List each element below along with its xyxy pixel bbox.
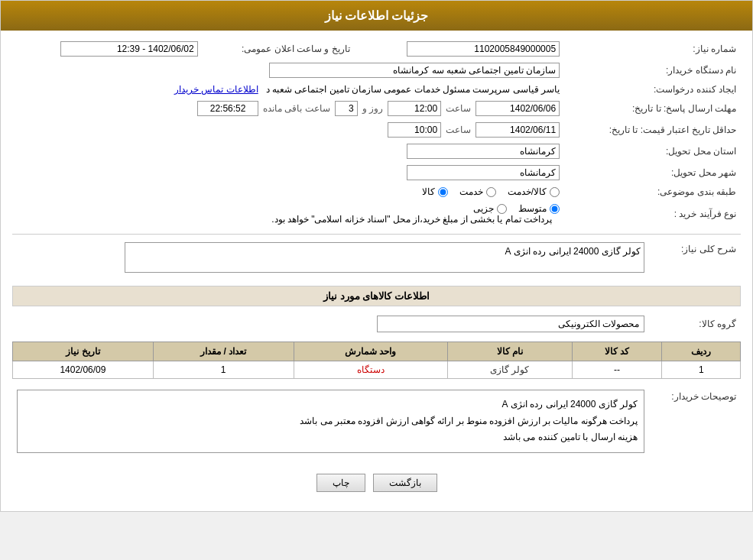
print-button[interactable]: چاپ [316, 474, 365, 492]
process-note: پرداخت تمام یا بخشی از مبلغ خرید،از محل … [271, 214, 552, 225]
bottom-buttons: بازگشت چاپ [12, 462, 741, 503]
province-label: استان محل تحویل: [564, 141, 741, 162]
buyer-notes-table: توصیحات خریدار: کولر گازی 24000 ایرانی ر… [12, 387, 741, 456]
province-input [407, 144, 560, 159]
creator-label: ایجاد کننده درخواست: [564, 81, 741, 98]
province-value [12, 141, 564, 162]
creator-link[interactable]: اطلاعات تماس خریدار [174, 84, 258, 95]
category-service-radio[interactable] [486, 187, 496, 197]
col-goods-code: کد کالا [572, 342, 662, 361]
city-value [12, 162, 564, 183]
price-validity-time-input [388, 122, 441, 138]
response-deadline-label: مهلت ارسال پاسخ: تا تاریخ: [564, 98, 741, 119]
need-desc-value: کولر گازی 24000 ایرانی رده انژی A [12, 239, 649, 278]
need-desc-label: شرح کلی نیاز: [649, 239, 741, 278]
process-label: نوع فرآیند خرید : [564, 200, 741, 228]
goods-group-value [12, 312, 649, 335]
remaining-time-display: 22:56:52 [197, 101, 258, 116]
goods-group-table: گروه کالا: [12, 312, 741, 335]
category-service-label: خدمت [459, 186, 483, 197]
content-area: شماره نیاز: تاریخ و ساعت اعلان عمومی: نا… [1, 31, 752, 511]
creator-value: یاسر قیاسی سرپرست مسئول خدمات عمومی سازم… [12, 81, 564, 98]
category-label: طبقه بندی موضوعی: [564, 183, 741, 200]
table-row: 1 -- کولر گازی دستگاه 1 1402/06/09 [13, 361, 741, 379]
cell-goods-code: -- [572, 361, 662, 379]
col-row-num: ردیف [662, 342, 741, 361]
category-goods-service-label: کالا/خدمت [508, 186, 547, 197]
response-deadline-value: ساعت روز و ساعت باقی مانده 22:56:52 [12, 98, 564, 119]
category-goods-service-radio[interactable] [550, 187, 560, 197]
back-button[interactable]: بازگشت [373, 474, 437, 492]
cell-row-num: 1 [662, 361, 741, 379]
creator-name: یاسر قیاسی سرپرست مسئول خدمات عمومی سازم… [266, 84, 560, 95]
process-medium-radio[interactable] [550, 204, 560, 214]
process-partial-radio[interactable] [497, 204, 507, 214]
process-value: متوسط جزیی پرداخت تمام یا بخشی از مبلغ خ… [12, 200, 564, 228]
need-number-label: شماره نیاز: [564, 38, 741, 60]
category-goods-radio[interactable] [438, 187, 448, 197]
process-partial-label: جزیی [473, 203, 494, 214]
buyer-org-input [269, 63, 560, 78]
need-description-table: شرح کلی نیاز: کولر گازی 24000 ایرانی رده… [12, 239, 741, 278]
goods-section-title: اطلاعات کالاهای مورد نیاز [12, 286, 741, 306]
col-date: تاریخ نیاز [13, 342, 154, 361]
goods-table: ردیف کد کالا نام کالا واحد شمارش تعداد /… [12, 342, 741, 379]
buyer-org-label: نام دستگاه خریدار: [564, 60, 741, 81]
response-time-label: ساعت [446, 103, 471, 114]
need-number-input [407, 41, 560, 57]
category-service-option[interactable]: خدمت [459, 186, 496, 197]
response-days-input [335, 101, 358, 116]
goods-group-input [377, 316, 644, 332]
price-validity-date-input [475, 122, 560, 138]
price-validity-time-label: ساعت [446, 125, 471, 135]
city-input [407, 165, 560, 180]
category-goods-label: کالا [422, 186, 435, 197]
buyer-org-value [12, 60, 564, 81]
goods-group-label: گروه کالا: [649, 312, 741, 335]
buyer-notes-line3: هزینه ارسال با تامین کننده می باشد [24, 429, 638, 446]
response-time-input [388, 101, 441, 116]
announce-date-value [12, 38, 203, 60]
divider1 [12, 234, 741, 235]
response-days-label: روز و [362, 103, 383, 114]
buyer-notes-box: کولر گازی 24000 ایرانی رده انژی A پرداخت… [17, 390, 644, 453]
process-partial-option[interactable]: جزیی [473, 203, 507, 214]
need-number-value [355, 38, 564, 60]
announce-date-input [60, 41, 198, 57]
remaining-time-label: ساعت باقی مانده [263, 103, 330, 114]
cell-count: 1 [153, 361, 294, 379]
cell-goods-name: کولر گازی [447, 361, 572, 379]
col-count: تعداد / مقدار [153, 342, 294, 361]
process-medium-option[interactable]: متوسط [518, 203, 560, 214]
buyer-notes-label: توصیحات خریدار: [649, 387, 741, 456]
col-unit: واحد شمارش [294, 342, 447, 361]
page-wrapper: جزئیات اطلاعات نیاز شماره نیاز: تاریخ و … [0, 0, 753, 512]
buyer-notes-value: کولر گازی 24000 ایرانی رده انژی A پرداخت… [12, 387, 649, 456]
category-goods-service-option[interactable]: کالا/خدمت [508, 186, 560, 197]
city-label: شهر محل تحویل: [564, 162, 741, 183]
need-desc-textarea[interactable]: کولر گازی 24000 ایرانی رده انژی A [125, 242, 644, 273]
info-table: شماره نیاز: تاریخ و ساعت اعلان عمومی: نا… [12, 38, 741, 228]
cell-date: 1402/06/09 [13, 361, 154, 379]
category-value: کالا/خدمت خدمت کالا [12, 183, 564, 200]
price-validity-value: ساعت [12, 119, 564, 141]
price-validity-label: حداقل تاریخ اعتبار قیمت: تا تاریخ: [564, 119, 741, 141]
process-medium-label: متوسط [518, 203, 547, 214]
col-goods-name: نام کالا [447, 342, 572, 361]
announce-date-label: تاریخ و ساعت اعلان عمومی: [203, 38, 355, 60]
response-date-input [475, 101, 560, 116]
category-goods-option[interactable]: کالا [422, 186, 448, 197]
page-title: جزئیات اطلاعات نیاز [1, 1, 752, 31]
buyer-notes-line2: پرداخت هرگونه مالیات بر ارزش افزوده منوط… [24, 413, 638, 430]
cell-unit: دستگاه [294, 361, 447, 379]
buyer-notes-line1: کولر گازی 24000 ایرانی رده انژی A [24, 397, 638, 413]
